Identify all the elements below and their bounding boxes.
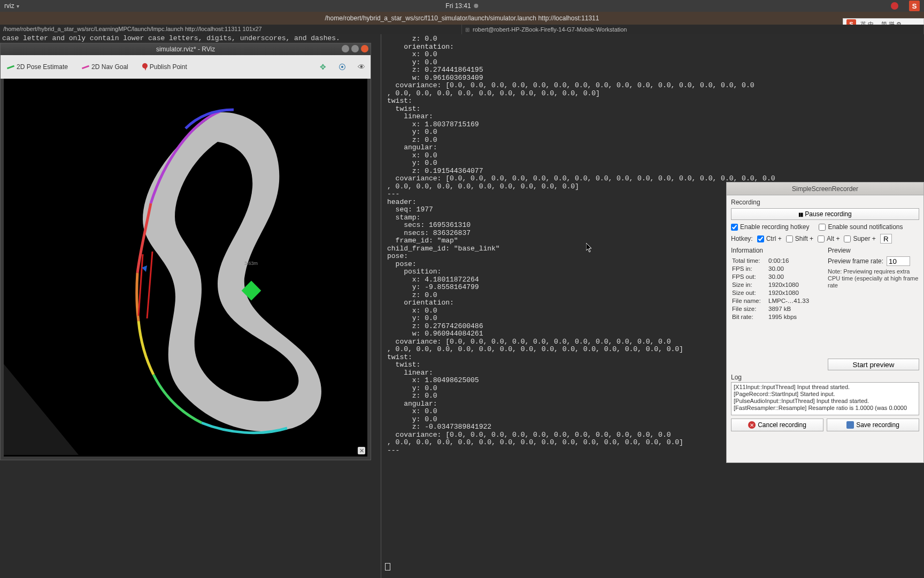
- pause-recording-button[interactable]: ▮▮ Pause recording: [731, 208, 919, 220]
- alt-mod-checkbox[interactable]: Alt +: [818, 235, 840, 242]
- pause-label: Pause recording: [805, 210, 851, 218]
- save-label: Save recording: [856, 421, 899, 429]
- start-preview-button[interactable]: Start preview: [828, 359, 919, 370]
- tool-2d-nav-goal[interactable]: 2D Nav Goal: [80, 62, 130, 72]
- terminal-split-divider[interactable]: [381, 34, 381, 578]
- rviz-3d-view[interactable]: 3.63m ✕: [4, 79, 367, 457]
- close-icon[interactable]: [361, 45, 368, 52]
- enable-sound-label: Enable sound notifications: [828, 223, 903, 231]
- preview-note: Note: Previewing requires extra CPU time…: [828, 268, 919, 289]
- terminal-tabstrip: /home/robert/hybrid_a_star_ws/src/Learni…: [0, 25, 924, 34]
- file-name-value: LMPC-…41.33: [768, 298, 822, 304]
- fps-in-label: FPS in:: [732, 265, 768, 272]
- ctrl-mod-checkbox[interactable]: Ctrl +: [757, 235, 782, 242]
- ctrl-input[interactable]: [757, 235, 764, 242]
- system-tray: S: [891, 1, 920, 11]
- fps-in-value: 30.00: [768, 265, 822, 272]
- enable-sound-input[interactable]: [819, 224, 826, 231]
- log-line: [FastResampler::Resample] Resample ratio…: [734, 405, 917, 412]
- section-preview-label: Preview: [828, 247, 919, 254]
- split-grid-icon: ⊞: [465, 27, 469, 33]
- hotkey-row: Hotkey: Ctrl + Shift + Alt + Super +: [731, 234, 919, 244]
- preview-column: Preview Preview frame rate: Note: Previe…: [828, 247, 919, 370]
- alt-label: Alt +: [827, 235, 840, 242]
- tool-label: Publish Point: [150, 63, 187, 71]
- enable-hotkey-checkbox[interactable]: Enable recording hotkey: [731, 223, 809, 231]
- hotkey-label: Hotkey:: [731, 235, 753, 242]
- rviz-toolbar: 2D Pose Estimate 2D Nav Goal Publish Poi…: [1, 55, 371, 79]
- total-time-value: 0:00:16: [768, 257, 822, 264]
- log-line: [PulseAudioInput::InputThread] Input thr…: [734, 398, 917, 405]
- publish-point-icon: [142, 63, 148, 71]
- enable-hotkey-label: Enable recording hotkey: [740, 223, 809, 231]
- information-column: Information Total time:0:00:16 FPS in:30…: [731, 247, 822, 370]
- terminal-titlebar[interactable]: /home/robert/hybrid_a_star_ws/src/f110_s…: [0, 12, 924, 25]
- panel-close-icon[interactable]: ✕: [358, 447, 365, 454]
- alt-input[interactable]: [818, 235, 825, 242]
- ctrl-label: Ctrl +: [766, 235, 782, 242]
- section-info-label: Information: [731, 247, 822, 254]
- save-recording-button[interactable]: Save recording: [827, 419, 919, 431]
- measure-icon[interactable]: 👁: [357, 62, 366, 72]
- terminal-cursor-icon: [385, 563, 390, 571]
- move-camera-icon[interactable]: ✥: [318, 62, 328, 72]
- tool-2d-pose-estimate[interactable]: 2D Pose Estimate: [5, 62, 70, 72]
- bit-rate-label: Bit rate:: [732, 314, 768, 320]
- svg-marker-0: [4, 364, 79, 455]
- preview-rate-input[interactable]: [887, 256, 910, 266]
- app-menu[interactable]: rviz ▾: [4, 2, 19, 10]
- tool-label: 2D Nav Goal: [91, 63, 128, 71]
- app-name: rviz: [4, 2, 14, 10]
- cancel-recording-button[interactable]: ✕ Cancel recording: [731, 419, 823, 431]
- shift-mod-checkbox[interactable]: Shift +: [786, 235, 813, 242]
- terminal-tab-right-label: robert@robert-HP-ZBook-Firefly-14-G7-Mob…: [473, 26, 627, 33]
- log-line: [X11Input::InputThread] Input thread sta…: [734, 384, 917, 391]
- shift-label: Shift +: [795, 235, 813, 242]
- clock-dot-icon: [474, 4, 479, 8]
- nav-goal-icon: [82, 65, 89, 69]
- log-box[interactable]: [X11Input::InputThread] Input thread sta…: [731, 382, 919, 415]
- size-out-label: Size out:: [732, 290, 768, 296]
- super-mod-checkbox[interactable]: Super +: [844, 235, 875, 242]
- cancel-icon: ✕: [748, 421, 756, 429]
- clock-text: Fri 13:41: [445, 2, 471, 10]
- clock[interactable]: Fri 13:41: [445, 2, 478, 10]
- pause-icon: ▮▮: [798, 211, 803, 217]
- recording-indicator-icon[interactable]: [891, 2, 898, 10]
- cancel-label: Cancel recording: [758, 421, 806, 429]
- minimize-icon[interactable]: [342, 45, 349, 52]
- size-in-label: Size in:: [732, 282, 768, 288]
- tool-label: 2D Pose Estimate: [17, 63, 68, 71]
- fps-out-value: 30.00: [768, 273, 822, 280]
- focus-camera-icon[interactable]: ⦿: [337, 62, 347, 72]
- log-line: [PageRecord::StartInput] Started input.: [734, 391, 917, 398]
- section-log-label: Log: [731, 374, 919, 381]
- maximize-icon[interactable]: [351, 45, 359, 52]
- rviz-window: simulator.rviz* - RViz 2D Pose Estimate …: [0, 43, 371, 460]
- shift-input[interactable]: [786, 235, 793, 242]
- fps-out-label: FPS out:: [732, 273, 768, 280]
- system-menubar: rviz ▾ Fri 13:41 S: [0, 0, 924, 12]
- enable-hotkey-input[interactable]: [731, 224, 738, 231]
- file-size-value: 3897 kB: [768, 306, 822, 312]
- section-recording: Recording: [731, 199, 919, 206]
- tool-publish-point[interactable]: Publish Point: [140, 62, 189, 72]
- size-in-value: 1920x1080: [768, 282, 822, 288]
- size-out-value: 1920x1080: [768, 290, 822, 296]
- save-icon: [846, 421, 854, 429]
- hotkey-key-input[interactable]: [880, 234, 892, 244]
- terminal-tab-right[interactable]: ⊞ robert@robert-HP-ZBook-Firefly-14-G7-M…: [462, 25, 924, 34]
- rviz-titlebar[interactable]: simulator.rviz* - RViz: [1, 43, 371, 55]
- sogou-ime-icon[interactable]: S: [909, 1, 920, 11]
- ssr-window: SimpleScreenRecorder Recording ▮▮ Pause …: [726, 182, 924, 463]
- svg-text:3.63m: 3.63m: [244, 261, 258, 266]
- ssr-titlebar[interactable]: SimpleScreenRecorder: [727, 182, 923, 195]
- enable-sound-checkbox[interactable]: Enable sound notifications: [819, 223, 903, 231]
- total-time-label: Total time:: [732, 257, 768, 264]
- super-input[interactable]: [844, 235, 851, 242]
- super-label: Super +: [853, 235, 875, 242]
- chevron-down-icon: ▾: [17, 3, 19, 9]
- bit-rate-value: 1995 kbps: [768, 314, 822, 320]
- terminal-tab-left[interactable]: /home/robert/hybrid_a_star_ws/src/Learni…: [0, 25, 462, 34]
- ssr-title: SimpleScreenRecorder: [792, 185, 858, 193]
